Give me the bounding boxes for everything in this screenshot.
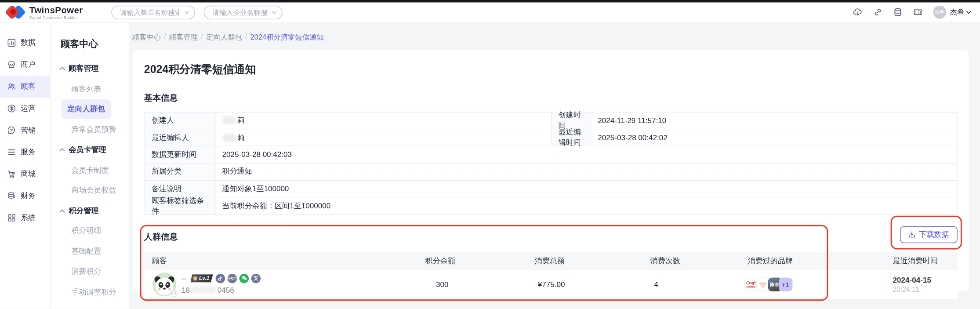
field-value-created-time: 2024-11-29 11:57:10	[591, 112, 957, 129]
link-icon[interactable]	[873, 7, 882, 17]
nav-item-abnormal-member-alert[interactable]: 异常会员预警	[51, 120, 129, 140]
crowd-table-header: 顾客 积分余额 消费总额 消费次数 消费过的品牌 最近消费时间	[144, 252, 957, 270]
basic-info-section-title: 基本信息	[144, 92, 957, 104]
column-header: 顾客	[144, 252, 416, 270]
crowd-table-row[interactable]: -- Lv.1 小红书	[144, 270, 957, 300]
nav-item-label: 会员卡制度	[71, 165, 109, 175]
cart-icon	[7, 169, 16, 178]
sidebar-item-label: 系统	[21, 212, 36, 223]
nav-item-label: 顾客列表	[71, 84, 101, 94]
redaction-blur	[222, 116, 236, 124]
field-value-category: 积分通知	[215, 164, 957, 181]
menu-search-input[interactable]	[111, 5, 195, 19]
field-value-editor: 莉	[215, 129, 552, 146]
nav-group-label: 积分管理	[69, 206, 98, 216]
basic-info-table: 创建人 莉 创建时间 2024-11-29 11:57:10 最近编辑人 莉 最…	[144, 112, 957, 215]
cell-points-balance: 300	[416, 270, 522, 299]
alipay-icon: 支	[251, 274, 261, 283]
chevron-up-icon	[59, 66, 65, 71]
crowd-info-section-title: 人群信息	[144, 231, 178, 243]
redaction-blur	[222, 134, 236, 142]
chart-icon	[7, 38, 16, 47]
app-window: TwinsPower Digital Commerce Builder	[0, 0, 980, 309]
more-brands-badge[interactable]: +1	[778, 278, 792, 291]
cloud-download-icon[interactable]	[853, 7, 862, 17]
field-value-filter: 当前积分余额：区间1至1000000	[215, 198, 957, 215]
nav-group-label: 会员卡管理	[69, 145, 106, 155]
users-icon	[7, 82, 16, 91]
sidebar-item-label: 商城	[21, 168, 36, 179]
company-search-input[interactable]	[204, 5, 283, 19]
shield-icon	[192, 276, 198, 281]
sidebar-item-system[interactable]: 系统	[0, 207, 50, 229]
sidebar-item-marketing[interactable]: 营销	[0, 119, 50, 141]
breadcrumb-item[interactable]: 顾客管理	[169, 32, 198, 41]
cell-total-spend: ¥775.00	[522, 270, 638, 299]
nav-item-membercard-system[interactable]: 会员卡制度	[51, 160, 129, 180]
sidebar-item-label: 商户	[21, 59, 36, 69]
field-value-note: 通知对象1至100000	[215, 181, 957, 198]
chevron-up-icon	[59, 209, 65, 213]
nav-item-label: 基础配置	[71, 246, 101, 257]
field-value-updated-time: 2025-03-28 00:42:03	[215, 146, 957, 164]
sidebar-item-data[interactable]: 数据	[0, 32, 50, 54]
download-data-button[interactable]: 下载数据	[900, 226, 957, 243]
nav-item-label: 定向人群包	[61, 99, 111, 119]
sidebar-item-label: 数据	[21, 37, 36, 48]
brand-logos: Craft 美食餐厅 小鹿茶 优选 陈亲 +1	[744, 278, 792, 291]
field-value-edited-time: 2025-03-28 00:42:02	[591, 129, 957, 146]
wechat-icon	[240, 274, 249, 283]
nav-item-label: 手动调整积分	[71, 287, 116, 297]
douyin-icon	[216, 274, 225, 283]
sidebar-item-label: 营销	[21, 125, 36, 135]
nav-item-label: 积分明细	[71, 226, 101, 236]
nav-item-basic-config[interactable]: 基础配置	[51, 241, 129, 262]
sidebar-item-service[interactable]: 服务	[0, 141, 50, 163]
field-label: 最近编辑时间	[552, 129, 591, 146]
sidebar-item-mall[interactable]: 商城	[0, 163, 50, 185]
download-button-label: 下载数据	[919, 229, 949, 240]
nav-item-consume-points[interactable]: 消费积分	[51, 262, 129, 282]
nav-item-targeted-crowd-package[interactable]: 定向人群包	[51, 99, 129, 119]
secondary-sidebar: 顾客中心 顾客管理 顾客列表 定向人群包 异常会员预警 会员卡管理 会员卡制度 …	[51, 23, 130, 309]
breadcrumb: 顾客中心 / 顾客管理 / 定向人群包 / 2024积分清零短信通知	[132, 32, 969, 41]
store-icon	[7, 60, 16, 69]
coupon-icon[interactable]	[913, 7, 922, 17]
sidebar-item-operations[interactable]: 运营	[0, 97, 50, 119]
main-content: 顾客中心 / 顾客管理 / 定向人群包 / 2024积分清零短信通知 2024积…	[130, 23, 980, 309]
column-header: 最近消费时间	[869, 252, 958, 270]
nav-group-membercard-mgmt[interactable]: 会员卡管理	[51, 140, 129, 160]
nav-group-points-mgmt[interactable]: 积分管理	[51, 201, 129, 221]
sidebar-item-merchant[interactable]: 商户	[0, 54, 50, 76]
nav-item-mall-member-benefits[interactable]: 商场会员权益	[51, 180, 129, 200]
xiaohongshu-icon: 小红书	[228, 274, 237, 283]
field-label: 最近编辑人	[145, 129, 215, 146]
secondary-sidebar-title: 顾客中心	[61, 38, 129, 50]
breadcrumb-item[interactable]: 定向人群包	[206, 32, 242, 41]
chevron-down-icon	[272, 10, 277, 15]
download-icon	[908, 231, 915, 238]
sidebar-item-finance[interactable]: 财务	[0, 185, 50, 207]
nav-group-customer-mgmt[interactable]: 顾客管理	[51, 58, 129, 79]
column-header: 消费总额	[522, 252, 638, 270]
nav-item-customer-list[interactable]: 顾客列表	[51, 79, 129, 99]
level-badge: Lv.1	[190, 274, 213, 282]
nav-item-manual-adjust-points[interactable]: 手动调整积分	[51, 282, 129, 302]
app-header: TwinsPower Digital Commerce Builder	[0, 2, 980, 23]
grid-icon	[7, 213, 16, 222]
sidebar-item-label: 顾客	[21, 81, 36, 91]
sidebar-item-customer[interactable]: 顾客	[0, 75, 50, 97]
phone-redaction-blur	[191, 286, 217, 294]
nav-item-points-detail[interactable]: 积分明细	[51, 221, 129, 241]
service-icon	[7, 147, 16, 156]
brand-logo-icon: Craft 美食餐厅	[744, 278, 758, 291]
channel-badge-icon	[170, 289, 177, 297]
user-menu[interactable]: 杰希 杰希	[933, 6, 971, 19]
chevron-up-icon	[59, 148, 65, 152]
user-name: 杰希	[950, 7, 965, 17]
brand-logo: TwinsPower Digital Commerce Builder	[0, 4, 111, 20]
field-value-creator: 莉	[215, 112, 552, 129]
twinspower-logo-icon	[6, 4, 25, 20]
database-icon[interactable]	[893, 7, 902, 17]
breadcrumb-item[interactable]: 顾客中心	[132, 32, 161, 41]
